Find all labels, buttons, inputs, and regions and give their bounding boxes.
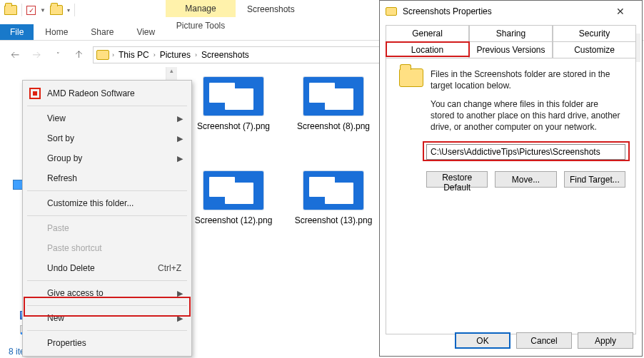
folder-icon	[96, 50, 109, 60]
submenu-arrow-icon: ▶	[177, 154, 183, 163]
svg-rect-1	[33, 91, 37, 96]
dialog-title: Screenshots Properties	[403, 6, 605, 16]
ctx-label: AMD Radeon Software	[47, 88, 135, 98]
info-text: Files in the Screenshots folder are stor…	[431, 68, 624, 91]
submenu-arrow-icon: ▶	[177, 114, 183, 123]
desktop-icon[interactable]	[13, 180, 23, 190]
scroll-up-icon[interactable]: ▴	[166, 67, 177, 78]
amd-icon	[29, 88, 41, 99]
ctx-amd-radeon[interactable]: AMD Radeon Software	[23, 83, 191, 103]
dialog-titlebar[interactable]: Screenshots Properties ✕	[380, 1, 642, 22]
ctx-label: Paste shortcut	[47, 243, 102, 253]
ctx-paste: Paste	[23, 218, 191, 238]
file-item[interactable]: Screenshot (13).png	[294, 171, 373, 257]
breadcrumb-item[interactable]: Screenshots	[198, 50, 252, 60]
window-title: Screenshots	[247, 4, 295, 14]
ctx-properties[interactable]: Properties	[23, 333, 191, 353]
ctx-label: View	[47, 113, 66, 123]
ctx-customize-folder[interactable]: Customize this folder...	[23, 193, 191, 213]
nav-forward-button[interactable]: 🡢	[29, 47, 44, 63]
tab-picture-tools[interactable]: Picture Tools	[166, 17, 236, 35]
apply-button[interactable]: Apply	[578, 332, 633, 349]
folder-icon	[386, 7, 397, 16]
nav-back-button[interactable]: 🡠	[7, 47, 23, 63]
ctx-label: Undo Delete	[47, 263, 95, 273]
file-item[interactable]: Screenshot (8).png	[294, 77, 373, 163]
menu-separator	[27, 305, 187, 306]
ctx-label: Sort by	[47, 133, 74, 143]
file-thumbnail	[203, 171, 263, 210]
ctx-label: Refresh	[47, 173, 77, 183]
file-item[interactable]: Screenshot (12).png	[194, 171, 273, 257]
breadcrumb-item[interactable]: This PC	[116, 50, 152, 60]
file-name: Screenshot (13).png	[295, 215, 373, 226]
ctx-shortcut: Ctrl+Z	[158, 263, 181, 273]
ok-button[interactable]: OK	[455, 332, 510, 349]
scroll-indicator	[636, 34, 640, 62]
tab-location[interactable]: Location	[386, 41, 469, 58]
tab-security[interactable]: Security	[553, 25, 636, 42]
ctx-sort-by[interactable]: Sort by ▶	[23, 128, 191, 148]
menu-separator	[27, 330, 187, 331]
chevron-right-icon[interactable]: ›	[154, 51, 156, 58]
menu-separator	[27, 190, 187, 191]
file-thumbnail	[203, 77, 263, 116]
location-path-input[interactable]	[426, 144, 625, 160]
ctx-label: Paste	[47, 223, 69, 233]
close-button[interactable]: ✕	[605, 1, 636, 21]
ctx-label: Give access to	[47, 288, 104, 298]
move-button[interactable]: Move...	[495, 171, 556, 188]
properties-dialog: Screenshots Properties ✕ General Sharing…	[379, 0, 643, 357]
submenu-arrow-icon: ▶	[177, 134, 183, 143]
restore-default-button[interactable]: Restore Default	[426, 171, 488, 188]
file-item[interactable]: Screenshot (7).png	[194, 77, 273, 163]
find-target-button[interactable]: Find Target...	[564, 171, 625, 188]
chevron-right-icon[interactable]: ›	[112, 51, 114, 58]
submenu-arrow-icon: ▶	[177, 289, 183, 298]
menu-separator	[27, 215, 187, 216]
file-thumbnail	[303, 77, 363, 116]
menu-separator	[27, 106, 187, 106]
file-thumbnail	[303, 171, 363, 210]
ctx-group-by[interactable]: Group by ▶	[23, 148, 191, 168]
ctx-label: Properties	[47, 338, 86, 348]
dialog-tabs: General Sharing Security Location Previo…	[386, 25, 636, 334]
nav-up-button[interactable]: 🡡	[71, 47, 87, 63]
ctx-paste-shortcut: Paste shortcut	[23, 238, 191, 258]
file-name: Screenshot (8).png	[297, 121, 370, 132]
nav-recent-dropdown[interactable]: ˅	[50, 47, 66, 63]
submenu-arrow-icon: ▶	[177, 314, 183, 323]
folder-large-icon	[399, 68, 423, 87]
info-text: You can change where files in this folde…	[431, 98, 624, 133]
contextual-tab-header: Manage	[166, 0, 236, 17]
cancel-button[interactable]: Cancel	[516, 332, 572, 349]
ctx-label: Customize this folder...	[47, 198, 134, 208]
contextual-tab-group: Manage Picture Tools	[166, 0, 236, 35]
tab-customize[interactable]: Customize	[553, 41, 636, 58]
file-name: Screenshot (12).png	[195, 215, 273, 226]
ctx-undo-delete[interactable]: Undo Delete Ctrl+Z	[23, 258, 191, 278]
tab-general[interactable]: General	[386, 25, 469, 42]
chevron-right-icon[interactable]: ›	[195, 51, 197, 58]
tab-home[interactable]: Home	[34, 24, 79, 40]
context-menu: AMD Radeon Software View ▶ Sort by ▶ Gro…	[22, 80, 192, 357]
tab-sharing[interactable]: Sharing	[469, 25, 553, 42]
breadcrumb-item[interactable]: Pictures	[157, 50, 193, 60]
file-tab[interactable]: File	[0, 24, 34, 40]
ctx-view[interactable]: View ▶	[23, 108, 191, 128]
tab-share[interactable]: Share	[79, 24, 125, 40]
ctx-refresh[interactable]: Refresh	[23, 168, 191, 188]
file-name: Screenshot (7).png	[197, 121, 270, 132]
ctx-new[interactable]: New ▶	[23, 308, 191, 328]
tab-previous-versions[interactable]: Previous Versions	[469, 41, 553, 58]
menu-separator	[27, 280, 187, 281]
ctx-label: New	[47, 313, 64, 323]
ctx-label: Group by	[47, 153, 82, 163]
tab-view[interactable]: View	[125, 24, 166, 40]
tab-pane-location: Files in the Screenshots folder are stor…	[386, 58, 636, 334]
ctx-give-access-to[interactable]: Give access to ▶	[23, 283, 191, 303]
